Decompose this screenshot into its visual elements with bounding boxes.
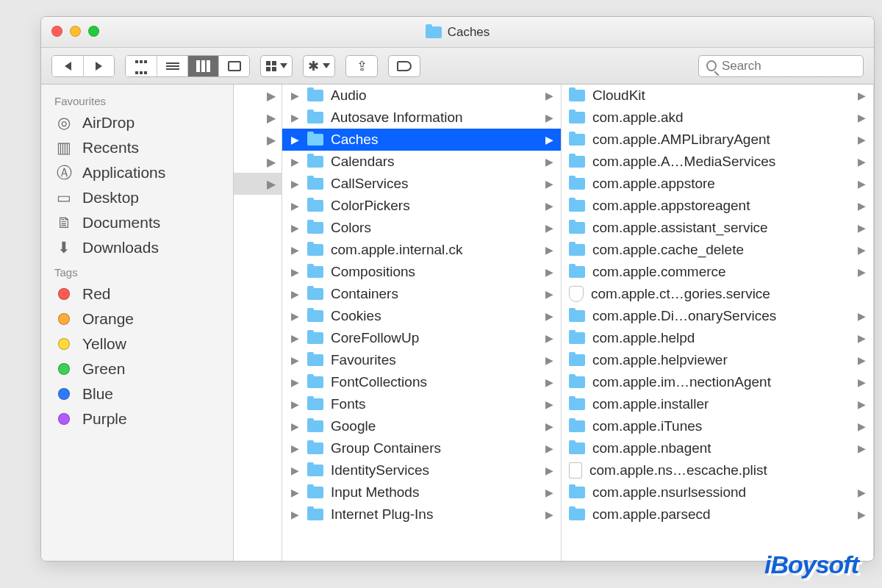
sidebar-tag-purple[interactable]: Purple	[41, 406, 233, 431]
column-0-item[interactable]: ▶	[234, 107, 282, 129]
folder-icon	[569, 134, 585, 146]
list-item[interactable]: ▶Containers▶	[282, 283, 561, 305]
chevron-right-icon: ▶	[290, 112, 300, 123]
list-item[interactable]: com.apple.ct…gories.service	[562, 283, 873, 305]
column-2[interactable]: CloudKit▶com.apple.akd▶com.apple.AMPLibr…	[562, 85, 874, 561]
list-item[interactable]: com.apple.parsecd▶	[562, 503, 873, 526]
column-1[interactable]: ▶Audio▶▶Autosave Information▶▶Caches▶▶Ca…	[282, 85, 562, 561]
list-item[interactable]: ▶Cookies▶	[282, 305, 561, 327]
list-item[interactable]: ▶Calendars▶	[282, 151, 561, 173]
sidebar-heading-favourites: Favourites	[41, 89, 233, 110]
list-item[interactable]: com.apple.Di…onaryServices▶	[562, 305, 873, 327]
sidebar-item-recents[interactable]: ▥Recents	[41, 135, 233, 160]
close-button[interactable]	[51, 26, 62, 37]
list-item[interactable]: ▶Favourites▶	[282, 349, 561, 371]
list-item[interactable]: com.apple.ns…escache.plist	[562, 459, 873, 481]
view-list-button[interactable]	[157, 56, 187, 76]
list-item[interactable]: ▶FontCollections▶	[282, 371, 561, 393]
sidebar-tag-green[interactable]: Green	[41, 356, 233, 381]
folder-icon	[307, 310, 323, 322]
chevron-right-icon: ▶	[545, 200, 553, 212]
list-item[interactable]: ▶CoreFollowUp▶	[282, 327, 561, 349]
column-0[interactable]: ▶▶▶▶▶	[234, 85, 282, 561]
folder-icon	[569, 310, 585, 322]
sidebar-tag-yellow[interactable]: Yellow	[41, 331, 233, 356]
column-0-item[interactable]: ▶	[234, 129, 282, 151]
list-item-label: Input Methods	[331, 484, 419, 501]
title-center: Caches	[426, 25, 490, 40]
list-item[interactable]: ▶Caches▶	[282, 129, 561, 151]
list-item[interactable]: ▶Compositions▶	[282, 261, 561, 283]
chevron-right-icon: ▶	[545, 156, 553, 168]
chevron-right-icon: ▶	[290, 398, 300, 410]
list-item[interactable]: com.apple.akd▶	[562, 107, 873, 129]
downloads-icon: ⬇	[54, 240, 74, 256]
list-item[interactable]: ▶ColorPickers▶	[282, 195, 561, 217]
list-item[interactable]: com.apple.nbagent▶	[562, 437, 873, 459]
sidebar-tag-orange[interactable]: Orange	[41, 306, 233, 331]
list-item-label: FontCollections	[331, 374, 427, 390]
chevron-right-icon: ▶	[858, 398, 866, 410]
view-column-button[interactable]	[187, 56, 218, 76]
search-field[interactable]	[698, 55, 864, 77]
column-0-item[interactable]: ▶	[234, 85, 282, 107]
sidebar-tag-red[interactable]: Red	[41, 282, 233, 306]
column-0-item[interactable]: ▶	[234, 173, 282, 195]
list-item[interactable]: ▶Internet Plug-Ins▶	[282, 503, 561, 526]
list-item[interactable]: ▶CallServices▶	[282, 173, 561, 195]
list-item[interactable]: ▶com.apple.internal.ck▶	[282, 239, 561, 261]
list-item[interactable]: ▶IdentityServices▶	[282, 459, 561, 481]
sidebar-item-applications[interactable]: ⒶApplications	[41, 160, 233, 185]
list-item[interactable]: ▶Autosave Information▶	[282, 107, 561, 129]
list-item[interactable]: com.apple.cache_delete▶	[562, 239, 873, 261]
forward-button[interactable]	[83, 56, 114, 76]
list-item[interactable]: ▶Fonts▶	[282, 393, 561, 415]
sidebar-tag-blue[interactable]: Blue	[41, 381, 233, 406]
sidebar-item-downloads[interactable]: ⬇Downloads	[41, 235, 233, 260]
column-0-item[interactable]: ▶	[234, 151, 282, 173]
sidebar-item-airdrop[interactable]: ◎AirDrop	[41, 110, 233, 135]
arrange-button[interactable]	[260, 55, 293, 77]
list-item[interactable]: CloudKit▶	[562, 85, 873, 107]
list-item[interactable]: ▶Input Methods▶	[282, 481, 561, 503]
chevron-right-icon: ▶	[858, 354, 866, 366]
gear-icon: ✱	[308, 58, 319, 74]
zoom-button[interactable]	[88, 26, 99, 37]
sidebar-item-documents[interactable]: 🗎Documents	[41, 210, 233, 235]
list-item[interactable]: com.apple.commerce▶	[562, 261, 873, 283]
list-item[interactable]: com.apple.helpviewer▶	[562, 349, 873, 371]
list-item[interactable]: com.apple.nsurlsessiond▶	[562, 481, 873, 503]
list-item[interactable]: com.apple.appstoreagent▶	[562, 195, 873, 217]
list-item[interactable]: com.apple.assistant_service▶	[562, 217, 873, 239]
list-item[interactable]: com.apple.A…MediaServices▶	[562, 151, 873, 173]
view-gallery-button[interactable]	[218, 56, 249, 76]
folder-icon	[569, 487, 585, 498]
tag-icon	[397, 61, 412, 71]
back-button[interactable]	[52, 56, 83, 76]
share-button[interactable]: ⇪	[345, 55, 378, 77]
chevron-right-icon: ▶	[290, 134, 300, 146]
list-item[interactable]: com.apple.helpd▶	[562, 327, 873, 349]
minimize-button[interactable]	[70, 26, 81, 37]
titlebar: Caches	[41, 17, 874, 48]
folder-icon	[307, 420, 323, 432]
action-button[interactable]: ✱	[303, 55, 335, 77]
folder-icon	[426, 26, 442, 38]
tags-button[interactable]	[388, 55, 420, 77]
list-item[interactable]: com.apple.appstore▶	[562, 173, 873, 195]
list-item[interactable]: ▶Colors▶	[282, 217, 561, 239]
list-item[interactable]: com.apple.im…nectionAgent▶	[562, 371, 873, 393]
list-item[interactable]: com.apple.iTunes▶	[562, 415, 873, 437]
folder-icon	[569, 332, 585, 344]
list-item[interactable]: com.apple.AMPLibraryAgent▶	[562, 129, 873, 151]
list-item-label: Cookies	[331, 308, 381, 324]
watermark: iBoysoft	[764, 551, 858, 579]
sidebar-item-desktop[interactable]: ▭Desktop	[41, 185, 233, 210]
search-input[interactable]	[722, 59, 856, 74]
folder-icon	[307, 112, 323, 123]
list-item[interactable]: ▶Group Containers▶	[282, 437, 561, 459]
list-item[interactable]: ▶Audio▶	[282, 85, 561, 107]
view-icon-button[interactable]	[126, 56, 157, 76]
list-item[interactable]: com.apple.installer▶	[562, 393, 873, 415]
list-item[interactable]: ▶Google▶	[282, 415, 561, 437]
